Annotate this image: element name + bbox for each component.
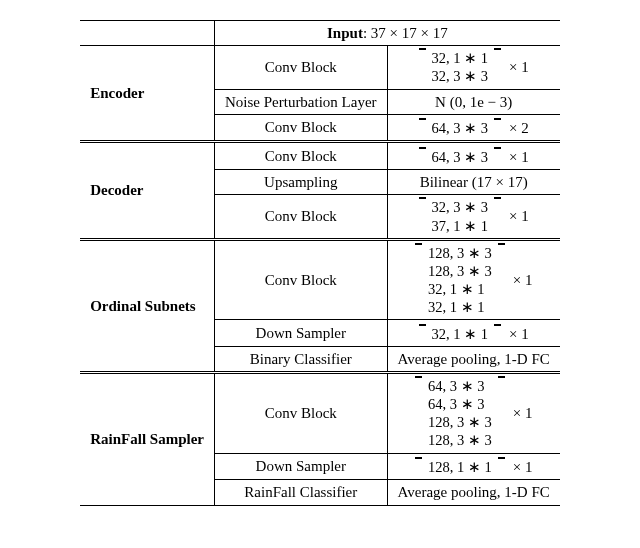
matrix-line: 32, 3 ∗ 3 [432, 67, 489, 85]
spec-cell: N (0, 1e − 3) [387, 89, 560, 114]
op-cell: Binary Classifier [214, 346, 387, 372]
op-cell: Down Sampler [214, 453, 387, 480]
table-row: Decoder Conv Block 64, 3 ∗ 3× 1 [80, 142, 560, 170]
section-title-encoder: Encoder [80, 46, 214, 142]
op-cell: Down Sampler [214, 320, 387, 347]
repeat-mult: × 1 [511, 403, 533, 423]
matrix-line: 128, 3 ∗ 3 [428, 244, 492, 262]
repeat-mult: × 1 [507, 57, 529, 77]
spec-cell: 64, 3 ∗ 364, 3 ∗ 3128, 3 ∗ 3128, 3 ∗ 3× … [387, 373, 560, 454]
matrix-line: 37, 1 ∗ 1 [432, 217, 489, 235]
matrix-bracket: 32, 1 ∗ 132, 3 ∗ 3 × 1 [419, 48, 529, 86]
table-row: RainFall Sampler Conv Block 64, 3 ∗ 364,… [80, 373, 560, 454]
matrix-line: 64, 3 ∗ 3 [432, 148, 489, 166]
spec-cell: 32, 1 ∗ 1× 1 [387, 320, 560, 347]
spec-cell: 32, 3 ∗ 337, 1 ∗ 1× 1 [387, 195, 560, 239]
section-title-rainfall: RainFall Sampler [80, 373, 214, 505]
repeat-mult: × 1 [507, 147, 529, 167]
op-cell: Conv Block [214, 239, 387, 320]
spec-cell: 128, 3 ∗ 3128, 3 ∗ 332, 1 ∗ 132, 1 ∗ 1× … [387, 239, 560, 320]
repeat-mult: × 1 [511, 270, 533, 290]
input-label: Input [327, 25, 363, 41]
matrix-line: 64, 3 ∗ 3 [428, 377, 485, 395]
matrix-line: 32, 1 ∗ 1 [432, 49, 489, 67]
table-header-row: Input: 37 × 17 × 17 [80, 21, 560, 46]
op-cell: Conv Block [214, 114, 387, 142]
spec-cell: Bilinear (17 × 17) [387, 170, 560, 195]
op-cell: Conv Block [214, 142, 387, 170]
spec-cell: 64, 3 ∗ 3× 1 [387, 142, 560, 170]
spec-cell: Average pooling, 1-D FC [387, 480, 560, 505]
op-cell: Conv Block [214, 46, 387, 89]
repeat-mult: × 1 [507, 206, 529, 226]
repeat-mult: × 2 [507, 118, 529, 138]
section-title-ordinal: Ordinal Subnets [80, 239, 214, 372]
input-dims: : 37 × 17 × 17 [363, 25, 448, 41]
op-cell: Upsampling [214, 170, 387, 195]
input-header: Input: 37 × 17 × 17 [214, 21, 559, 46]
table-row: Encoder Conv Block 32, 1 ∗ 132, 3 ∗ 3 × … [80, 46, 560, 89]
matrix-line: 128, 3 ∗ 3 [428, 431, 492, 449]
matrix-line: 32, 3 ∗ 3 [432, 198, 489, 216]
matrix-line: 32, 1 ∗ 1 [428, 280, 485, 298]
architecture-table: Input: 37 × 17 × 17 Encoder Conv Block 3… [80, 20, 560, 506]
spec-cell: Average pooling, 1-D FC [387, 346, 560, 372]
spec-cell: 64, 3 ∗ 3× 2 [387, 114, 560, 142]
matrix-line: 128, 3 ∗ 3 [428, 413, 492, 431]
repeat-mult: × 1 [511, 457, 533, 477]
op-cell: Conv Block [214, 373, 387, 454]
table-row: Ordinal Subnets Conv Block 128, 3 ∗ 3128… [80, 239, 560, 320]
matrix-line: 128, 3 ∗ 3 [428, 262, 492, 280]
matrix-line: 64, 3 ∗ 3 [432, 119, 489, 137]
matrix-line: 128, 1 ∗ 1 [428, 458, 492, 476]
op-cell: RainFall Classifier [214, 480, 387, 505]
matrix-line: 32, 1 ∗ 1 [428, 298, 485, 316]
spec-cell: 128, 1 ∗ 1× 1 [387, 453, 560, 480]
matrix-line: 32, 1 ∗ 1 [432, 325, 489, 343]
spec-cell: 32, 1 ∗ 132, 3 ∗ 3 × 1 [387, 46, 560, 89]
op-cell: Noise Perturbation Layer [214, 89, 387, 114]
matrix-line: 64, 3 ∗ 3 [428, 395, 485, 413]
op-cell: Conv Block [214, 195, 387, 239]
section-title-decoder: Decoder [80, 142, 214, 239]
repeat-mult: × 1 [507, 324, 529, 344]
